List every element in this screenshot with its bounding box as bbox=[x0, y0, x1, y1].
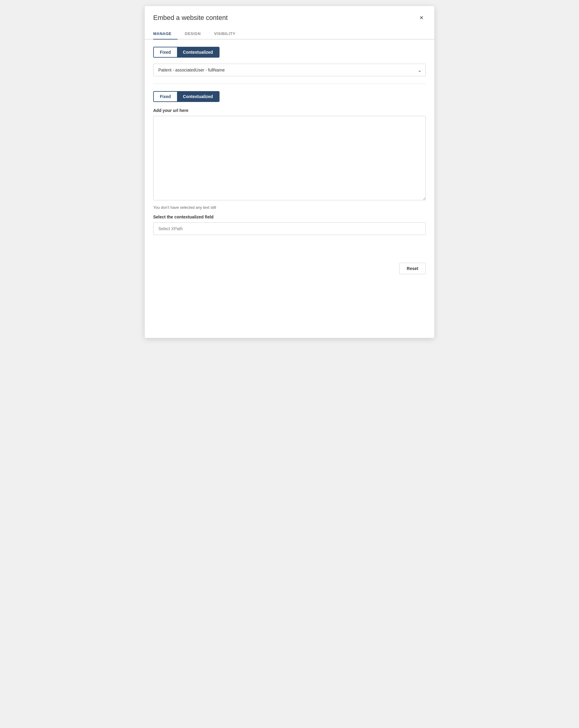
section-divider bbox=[153, 83, 426, 84]
modal-title: Embed a website content bbox=[153, 14, 228, 22]
contextualized-field-label: Select the contextualized field bbox=[153, 214, 426, 219]
toggle-fixed-2[interactable]: Fixed bbox=[154, 92, 177, 101]
patient-field-dropdown[interactable]: Patient - associatedUser - fullName bbox=[153, 64, 426, 76]
url-label: Add your url here bbox=[153, 108, 426, 113]
toggle-group-1: Fixed Contextualized bbox=[153, 47, 220, 58]
xpath-input[interactable] bbox=[153, 223, 426, 235]
modal-body: Fixed Contextualized Patient - associate… bbox=[145, 40, 434, 250]
section-1: Fixed Contextualized Patient - associate… bbox=[153, 47, 426, 76]
url-textarea[interactable] bbox=[153, 116, 426, 200]
close-button[interactable]: × bbox=[417, 13, 426, 22]
tab-visibility[interactable]: VISIBILITY bbox=[214, 28, 242, 39]
modal-header: Embed a website content × bbox=[145, 6, 434, 27]
toggle-group-2: Fixed Contextualized bbox=[153, 91, 220, 102]
reset-button[interactable]: Reset bbox=[399, 263, 426, 274]
toggle-fixed-1[interactable]: Fixed bbox=[154, 47, 177, 57]
section-2: Fixed Contextualized Add your url here Y… bbox=[153, 91, 426, 235]
toggle-contextualized-2[interactable]: Contextualized bbox=[177, 92, 219, 101]
toggle-contextualized-1[interactable]: Contextualized bbox=[177, 47, 219, 57]
hint-text: You don't have selected any text still bbox=[153, 205, 426, 210]
tab-design[interactable]: DESIGN bbox=[185, 28, 207, 39]
dropdown-wrapper: Patient - associatedUser - fullName ⌄ bbox=[153, 64, 426, 76]
tab-manage[interactable]: MANAGE bbox=[153, 28, 177, 39]
modal-footer: Reset bbox=[145, 256, 434, 282]
embed-modal: Embed a website content × MANAGE DESIGN … bbox=[145, 6, 434, 338]
tabs-bar: MANAGE DESIGN VISIBILITY bbox=[145, 28, 434, 40]
